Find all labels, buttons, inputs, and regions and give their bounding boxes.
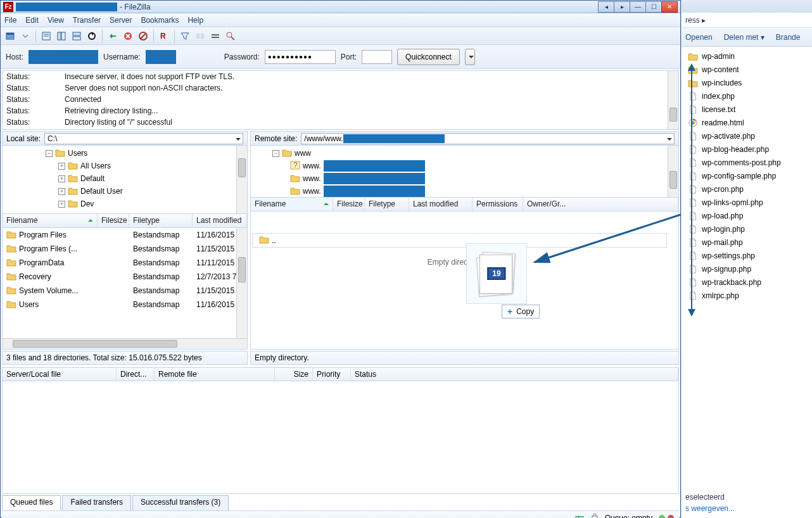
remote-path-combo[interactable]: /www/www. [301,133,675,144]
list-item[interactable]: wp-settings.php [683,249,811,262]
tree-node-label[interactable]: All Users [80,161,111,170]
local-list-scrollbar[interactable] [236,228,247,338]
col-filetype[interactable]: Filetype [365,198,409,211]
list-item[interactable]: wp-trackback.php [683,275,811,289]
menu-server[interactable]: Server [110,16,132,25]
log-panel[interactable]: Status:Insecure server, it does not supp… [2,70,679,130]
list-item[interactable]: wp-signup.php [683,262,811,275]
compare-icon[interactable] [193,29,207,43]
list-item[interactable]: index.php [683,89,811,103]
col-filename[interactable]: Filename [251,198,333,211]
local-list-header[interactable]: Filename Filesize Filetype Last modified [3,214,247,228]
tree-expand-icon[interactable]: + [58,163,65,170]
password-input[interactable]: ●●●●●●●●●● [265,50,336,64]
tree-node-label[interactable]: www [295,149,311,158]
reconnect-icon[interactable]: R [157,29,171,43]
qcol-status[interactable]: Status [351,368,678,381]
tree-expand-icon[interactable]: + [58,175,65,182]
titlebar[interactable]: Fz - FileZilla ◂ ▸ — ☐ ✕ [1,1,680,13]
list-item[interactable]: xmlrpc.php [683,289,811,302]
list-item[interactable]: wp-comments-post.php [683,156,811,169]
local-hscrollbar[interactable] [3,338,247,349]
tree-expand-icon[interactable]: + [58,201,65,208]
cancel-icon[interactable] [121,29,135,43]
table-row[interactable]: Program Files (...Bestandsmap11/15/2015 [3,242,247,256]
list-item[interactable]: wp-blog-header.php [683,142,811,156]
explorer-breadcrumb[interactable]: ress ▸ [682,13,812,28]
tree-expand-icon[interactable]: + [58,188,65,195]
tree-node-label[interactable]: Default User [80,187,123,196]
tree-node-label[interactable]: Users [68,149,87,158]
qcol-priority[interactable]: Priority [313,368,351,381]
col-filetype[interactable]: Filetype [129,214,193,227]
process-queue-icon[interactable] [106,29,120,43]
quickconnect-button[interactable]: Quickconnect [397,49,460,65]
menu-view[interactable]: View [48,16,64,25]
win-prev-button[interactable]: ◂ [598,1,614,13]
filter-icon[interactable] [178,29,192,43]
tab-failed[interactable]: Failed transfers [62,495,131,510]
explorer-cmd-open[interactable]: Openen [685,33,713,42]
queue-body[interactable] [2,381,679,494]
qcol-server[interactable]: Server/Local file [3,368,117,381]
explorer-cmd-burn[interactable]: Brande [776,33,801,42]
col-filesize[interactable]: Filesize [98,214,129,227]
explorer-status-2[interactable]: s weergeven... [685,504,735,513]
refresh-icon[interactable] [85,29,99,43]
tree-collapse-icon[interactable]: − [46,150,53,157]
remote-list[interactable]: .. Empty directory listing [251,212,678,349]
sync-browse-icon[interactable] [208,29,222,43]
list-item[interactable]: wp-includes [683,76,811,89]
port-input[interactable] [362,50,392,64]
site-dropdown-icon[interactable] [18,29,32,43]
table-row[interactable]: RecoveryBestandsmap12/7/2013 7 [3,270,247,284]
toggle-tree-icon[interactable] [54,29,68,43]
menu-bookmarks[interactable]: Bookmarks [141,16,179,25]
site-manager-icon[interactable] [3,29,17,43]
local-tree[interactable]: −Users +All Users +Default +Default User… [3,146,247,214]
remote-list-header[interactable]: Filename Filesize Filetype Last modified… [251,198,678,212]
win-next-button[interactable]: ▸ [614,1,630,13]
table-row[interactable]: UsersBestandsmap11/16/2015 [3,298,247,312]
list-item[interactable]: wp-content [683,63,811,76]
explorer-cmd-share[interactable]: Delen met ▾ [724,33,764,42]
search-icon[interactable] [224,29,238,43]
qcol-size[interactable]: Size [275,368,313,381]
remote-updir-row[interactable]: .. [252,233,667,248]
list-item[interactable]: wp-login.php [683,222,811,236]
table-row[interactable]: Program FilesBestandsmap11/16/2015 [3,228,247,242]
menu-transfer[interactable]: Transfer [73,16,101,25]
list-item[interactable]: wp-config-sample.php [683,169,811,182]
tree-node-prefix[interactable]: www. [303,161,321,170]
menu-edit[interactable]: Edit [25,16,39,25]
list-item[interactable]: license.txt [683,103,811,116]
remote-tree-scrollbar[interactable] [668,146,678,197]
list-item[interactable]: wp-cron.php [683,182,811,196]
tab-successful[interactable]: Successful transfers (3) [132,495,229,510]
list-item[interactable]: wp-activate.php [683,129,811,142]
col-lastmod[interactable]: Last modified [193,214,247,227]
local-path-combo[interactable]: C:\ [44,133,243,144]
toggle-log-icon[interactable] [39,29,53,43]
qcol-direction[interactable]: Direct... [117,368,155,381]
remote-tree[interactable]: −www ?www. www. www. [251,146,678,198]
disconnect-icon[interactable] [136,29,150,43]
tab-queued[interactable]: Queued files [2,495,61,510]
minimize-button[interactable]: — [630,1,646,13]
list-item[interactable]: readme.html [683,116,811,129]
col-filesize[interactable]: Filesize [333,198,365,211]
list-item[interactable]: wp-load.php [683,209,811,222]
qcol-remote[interactable]: Remote file [155,368,275,381]
tree-node-prefix[interactable]: www. [303,174,321,183]
menu-file[interactable]: File [4,16,16,25]
col-filename[interactable]: Filename [3,214,98,227]
list-item[interactable]: wp-admin [683,49,811,63]
host-input[interactable] [29,50,98,64]
col-permissions[interactable]: Permissions [473,198,523,211]
explorer-file-list[interactable]: wp-adminwp-contentwp-includesindex.phpli… [682,47,812,305]
table-row[interactable]: ProgramDataBestandsmap11/11/2015 [3,256,247,270]
local-tree-scrollbar[interactable] [236,146,247,213]
tree-node-prefix[interactable]: www. [303,187,321,196]
table-row[interactable]: System Volume...Bestandsmap11/15/2015 [3,284,247,298]
list-item[interactable]: wp-links-opml.php [683,196,811,209]
